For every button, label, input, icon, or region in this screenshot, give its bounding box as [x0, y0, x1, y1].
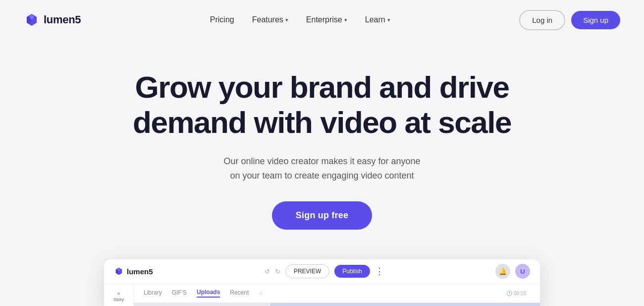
hero-subtitle: Our online video creator makes it easy f… — [203, 154, 441, 184]
app-logo-text: lumen5 — [127, 267, 153, 276]
app-logo-icon — [114, 266, 124, 276]
avatar[interactable]: U — [515, 264, 530, 279]
tab-gifs[interactable]: GIF'S — [172, 289, 187, 297]
more-options-icon[interactable]: ⋮ — [375, 266, 384, 277]
notification-icon[interactable]: 🔔 — [495, 264, 510, 279]
app-tabs-bar: Library GIF'S Uploads Recent ☆ 🕐 00:15 — [134, 284, 540, 303]
undo-icon[interactable]: ↺ — [265, 268, 270, 275]
app-topbar-controls: ↺ ↻ PREVIEW Publish ⋮ — [265, 264, 384, 278]
app-content: Library GIF'S Uploads Recent ☆ 🕐 00:15 — [134, 284, 540, 306]
nav-pricing[interactable]: Pricing — [210, 15, 234, 24]
app-preview-window: lumen5 ↺ ↻ PREVIEW Publish ⋮ 🔔 U ≡ Story — [104, 259, 540, 306]
tab-uploads[interactable]: Uploads — [197, 289, 220, 298]
redo-icon[interactable]: ↻ — [275, 268, 280, 275]
navigation: lumen5 Pricing Features ▾ Enterprise ▾ L… — [0, 0, 644, 40]
logo-link[interactable]: lumen5 — [24, 12, 81, 28]
video-preview-panel — [270, 303, 540, 306]
app-topbar-right: 🔔 U — [495, 264, 530, 279]
publish-button[interactable]: Publish — [334, 265, 370, 278]
hero-title: Grow your brand and drive demand with vi… — [129, 69, 515, 140]
tab-recent[interactable]: Recent — [230, 289, 249, 297]
nav-enterprise[interactable]: Enterprise ▾ — [306, 15, 347, 24]
app-logo: lumen5 — [114, 266, 153, 276]
chevron-down-icon: ▾ — [387, 17, 390, 23]
app-sidebar: ≡ Story — [104, 284, 134, 306]
tab-library[interactable]: Library — [144, 289, 162, 297]
chevron-down-icon: ▾ — [285, 17, 288, 23]
nav-links: Pricing Features ▾ Enterprise ▾ Learn ▾ — [210, 15, 390, 24]
story-sidebar-item[interactable]: ≡ Story — [113, 290, 124, 302]
app-topbar: lumen5 ↺ ↻ PREVIEW Publish ⋮ 🔔 U — [104, 259, 540, 284]
lumen5-logo-icon — [24, 12, 40, 28]
hero-section: Grow your brand and drive demand with vi… — [0, 40, 644, 249]
app-content-area — [134, 303, 540, 306]
video-timestamp: 🕐 00:15 — [506, 291, 526, 296]
app-main-area: ≡ Story Library GIF'S Uploads Recent ☆ 🕐… — [104, 284, 540, 306]
nav-buttons: Log in Sign up — [519, 10, 620, 30]
nav-features[interactable]: Features ▾ — [252, 15, 288, 24]
star-icon[interactable]: ☆ — [259, 290, 264, 297]
logo-text: lumen5 — [44, 13, 81, 26]
login-button[interactable]: Log in — [519, 10, 565, 30]
signup-nav-button[interactable]: Sign up — [571, 11, 620, 29]
media-panel — [134, 303, 269, 306]
chevron-down-icon: ▾ — [344, 17, 347, 23]
nav-learn[interactable]: Learn ▾ — [365, 15, 390, 24]
signup-free-button[interactable]: Sign up free — [272, 201, 372, 230]
preview-button[interactable]: PREVIEW — [285, 264, 329, 278]
